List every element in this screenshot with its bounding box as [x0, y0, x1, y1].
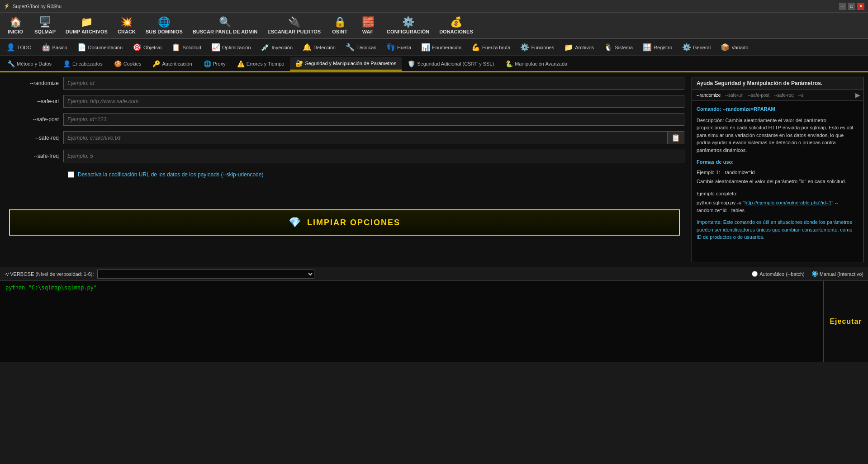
- nav-waf[interactable]: 🧱 WAF: [354, 13, 381, 38]
- injection-icon: 💉: [261, 43, 270, 52]
- help-example1-desc: Cambia aleatoriamente el valor del parám…: [697, 178, 859, 185]
- help-complete-label: Ejemplo completo:: [697, 190, 859, 198]
- nav-configuracion[interactable]: ⚙️ CONFIGURACIÓN: [382, 13, 434, 38]
- title-bar-title: ⚡ SuperGTool by R0$hu: [4, 3, 62, 9]
- opt-icon: 📈: [211, 43, 220, 52]
- nav-sub-dominios[interactable]: 🌐 SUB DOMINIOS: [141, 13, 187, 38]
- input-randomize[interactable]: [63, 77, 684, 90]
- tab-huella[interactable]: 👣 Huella: [382, 40, 416, 55]
- nav-buscar-panel[interactable]: 🔍 BUSCAR PANEL DE ADMIN: [188, 13, 262, 38]
- nav-crack[interactable]: 💥 CRACK: [113, 13, 140, 38]
- clear-options-button[interactable]: 💎 LIMPIAR OPCIONES: [9, 209, 680, 236]
- help-ways-label: Formas de uso:: [697, 158, 859, 166]
- help-tab-safe-req[interactable]: --safe-req: [772, 92, 795, 99]
- tab-todo[interactable]: 👤 TODO: [2, 40, 36, 55]
- nav-escanear-puertos[interactable]: 🔌 ESCANEAR PUERTOS: [263, 13, 325, 38]
- help-description: Descripción: Cambia aleatoriamente el va…: [697, 117, 859, 154]
- close-button[interactable]: ✕: [857, 3, 864, 10]
- tab-sistema[interactable]: 🐧 Sistema: [599, 40, 637, 55]
- mode-manual-label[interactable]: Manual (Interactivo): [812, 271, 863, 277]
- execute-btn-panel: Ejecutar: [823, 281, 868, 362]
- help-tab-s[interactable]: --s: [797, 92, 806, 99]
- tab-registro[interactable]: 🪟 Registro: [638, 40, 677, 55]
- help-important: Importante: Este comando es útil en situ…: [697, 218, 859, 241]
- cookies-icon: 🍪: [114, 60, 122, 67]
- tab-deteccion[interactable]: 🔔 Detección: [298, 40, 340, 55]
- csrf-icon: 🛡️: [408, 60, 415, 67]
- verbose-bar: -v VERBOSE (Nivel de verbosidad: 1-6): A…: [0, 267, 868, 280]
- brute-icon: 💪: [471, 43, 480, 52]
- help-tab-safe-url[interactable]: --safe-url: [723, 92, 745, 99]
- tab-proxy[interactable]: 🌐 Proxy: [198, 57, 231, 71]
- tab-encabezados[interactable]: 👤 Encabezados: [57, 57, 108, 71]
- tab-enumeracion[interactable]: 📊 Enumeración: [417, 40, 466, 55]
- objetivo-icon: 🎯: [133, 43, 142, 52]
- skip-urlencode-checkbox[interactable]: [68, 171, 74, 178]
- nav-dump-archivos[interactable]: 📁 DUMP ARCHIVOS: [61, 13, 112, 38]
- help-panel: Ayuda Seguridad y Manipulación de Paráme…: [692, 77, 863, 262]
- tab-fuerza-bruta[interactable]: 💪 Fuerza bruta: [467, 40, 515, 55]
- main-content: --randomize --safe-url --safe-post --saf…: [0, 72, 868, 267]
- crack-icon: 💥: [120, 16, 133, 28]
- help-tab-randomize[interactable]: --randomize: [695, 92, 722, 99]
- tab-funciones[interactable]: ⚙️ Funciones: [516, 40, 559, 55]
- home-icon: 🏠: [9, 16, 22, 28]
- tab-errores-tiempo[interactable]: ⚠️ Errores y Tiempo: [232, 57, 290, 71]
- osint-icon: 🔒: [334, 16, 346, 28]
- skip-urlencode-label[interactable]: Desactiva la codificación URL de los dat…: [78, 171, 263, 178]
- nav-osint[interactable]: 🔒 OSINT: [326, 13, 353, 38]
- tab-cookies[interactable]: 🍪 Cookies: [109, 57, 147, 71]
- tab-basico[interactable]: 🤖 Basico: [37, 40, 72, 55]
- fingerprint-icon: 👣: [386, 43, 395, 52]
- help-command-text: Comando: --randomize=RPARAM: [697, 105, 859, 113]
- window-controls[interactable]: ─ □ ✕: [839, 3, 864, 10]
- mode-manual-radio[interactable]: [812, 271, 818, 277]
- clear-icon: 💎: [289, 217, 302, 228]
- tab-general[interactable]: ⚙️ General: [678, 40, 715, 55]
- minimize-button[interactable]: ─: [839, 3, 846, 10]
- tab-optimizacion[interactable]: 📈 Optimización: [207, 40, 256, 55]
- form-row-safe-req: --safe-req 📋: [5, 131, 684, 144]
- tab-seguridad-manipulacion[interactable]: 🔐 Seguridad y Manipulación de Parámetros: [290, 57, 402, 71]
- input-safe-post[interactable]: [63, 113, 684, 126]
- help-tabs-arrow[interactable]: ▶: [855, 91, 860, 99]
- nav-sqlmap[interactable]: 🖥️ SQLMAP: [30, 13, 60, 38]
- verbose-label: -v VERBOSE (Nivel de verbosidad: 1-6):: [5, 271, 94, 277]
- maximize-button[interactable]: □: [848, 3, 855, 10]
- techniques-icon: 🔧: [346, 43, 355, 52]
- verbose-select[interactable]: [97, 270, 314, 279]
- tab-documentacion[interactable]: 📄 Documentación: [73, 40, 127, 55]
- proxy-icon: 🌐: [204, 60, 211, 67]
- mode-auto-label[interactable]: Automático (--batch): [752, 271, 805, 277]
- tab-variado[interactable]: 📦 Variado: [716, 40, 753, 55]
- auth-icon: 🔑: [152, 60, 160, 67]
- mode-auto-radio[interactable]: [752, 271, 758, 277]
- help-complete-cmd: python sqlmap.py -u "http://ejemplo.com/…: [697, 199, 859, 214]
- tab-objetivo[interactable]: 🎯 Objetivo: [128, 40, 166, 55]
- label-randomize: --randomize: [5, 80, 63, 86]
- third-navbar: 🔧 Método y Datos 👤 Encabezados 🍪 Cookies…: [0, 56, 868, 72]
- tab-autenticacion[interactable]: 🔑 Autenticación: [147, 57, 197, 71]
- file-browse-button[interactable]: 📋: [668, 131, 684, 144]
- help-content: Comando: --randomize=RPARAM Descripción:…: [692, 101, 863, 262]
- tab-seguridad-adicional[interactable]: 🛡️ Seguridad Adicional (CSRF y SSL): [402, 57, 499, 71]
- subdominios-icon: 🌐: [158, 16, 170, 28]
- input-safe-req[interactable]: [63, 131, 668, 144]
- basico-icon: 🤖: [42, 43, 51, 52]
- tab-inyeccion[interactable]: 💉 Inyección: [256, 40, 297, 55]
- tab-archivos[interactable]: 📁 Archivos: [560, 40, 598, 55]
- tab-manipulacion-avanzada[interactable]: 🐍 Manipulación Avanzada: [500, 57, 573, 71]
- input-safe-url[interactable]: [63, 95, 684, 108]
- clear-btn-row: 💎 LIMPIAR OPCIONES: [5, 205, 684, 240]
- label-safe-post: --safe-post: [5, 116, 63, 123]
- tab-tecnicas[interactable]: 🔧 Técnicas: [341, 40, 381, 55]
- tab-solicitud[interactable]: 📋 Solicitud: [167, 40, 206, 55]
- help-tab-safe-post[interactable]: --safe-post: [746, 92, 771, 99]
- input-safe-freq[interactable]: [63, 150, 684, 162]
- tab-metodo-datos[interactable]: 🔧 Método y Datos: [2, 57, 57, 71]
- command-output: python "C:\sqlmap\sqlmap.py": [0, 281, 823, 362]
- waf-icon: 🧱: [362, 16, 374, 28]
- execute-button[interactable]: Ejecutar: [830, 317, 862, 326]
- nav-donaciones[interactable]: 💰 DONACIONES: [435, 13, 478, 38]
- nav-inicio[interactable]: 🏠 INICIO: [2, 13, 29, 38]
